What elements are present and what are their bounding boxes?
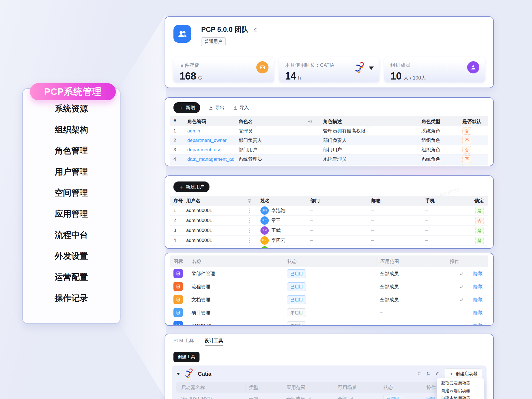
table-row: 系统角色 是: [170, 164, 488, 166]
row-menu-icon[interactable]: ⋮: [247, 208, 252, 213]
sidebar-item-9[interactable]: 操作记录: [23, 288, 120, 309]
edit-group-icon[interactable]: [435, 371, 440, 377]
role-table-header: # 角色编码 角色名 角色描述 角色类型 是否默认: [170, 116, 488, 126]
table-row: 项目管理 未启用 – 隐藏: [170, 306, 488, 319]
hide-action-link[interactable]: 隐藏: [473, 323, 483, 326]
app-icon: [173, 321, 183, 326]
user-table-header: 序号 用户名 姓名 部门 邮箱 手机 锁定: [170, 196, 488, 206]
lock-badge: 是: [475, 207, 484, 214]
dassault-systemes-logo: [353, 61, 366, 75]
import-button[interactable]: 导入: [233, 104, 249, 111]
sidebar-item-5[interactable]: 应用管理: [23, 203, 120, 224]
tool-group-name: Catia: [198, 371, 211, 377]
table-row: 3 admin00001 ⋮ 王武王武 – – – 是: [170, 226, 488, 236]
users-card: Agilines ＋ 新建用户 序号 用户名 姓名 部门 邮箱 手机 锁定 1 …: [165, 175, 494, 249]
table-row: [170, 245, 488, 249]
app-name: 文档管理: [188, 296, 284, 303]
table-row: 1 admin 管理员 管理员拥有最高权限 系统角色 否: [170, 126, 488, 136]
table-row: 3 department_user 部门用户 部门用户 组织角色 否: [170, 145, 488, 155]
username: admin00001: [183, 208, 244, 213]
add-role-button[interactable]: ＋ 新增: [173, 102, 200, 113]
launcher-scene: 全部: [337, 396, 347, 399]
sidebar-item-3[interactable]: 用户管理: [23, 161, 120, 182]
table-row: 2 admin00001 ⋮ 章三章三 – – – 否: [170, 216, 488, 226]
hide-action-link[interactable]: 隐藏: [473, 270, 483, 277]
role-code-link[interactable]: admin: [187, 128, 200, 134]
role-table-body: 1 admin 管理员 管理员拥有最高权限 系统角色 否 2 departmen…: [170, 126, 488, 166]
default-badge: 否: [462, 155, 471, 163]
default-badge: 否: [462, 127, 471, 135]
sort-icon[interactable]: ⇅: [426, 371, 430, 377]
lock-badge: 否: [475, 217, 484, 224]
stat-value: 14: [285, 70, 296, 82]
table-row: 流程管理 已启用 全部成员 隐藏: [170, 280, 488, 293]
column-settings-icon[interactable]: [308, 119, 313, 124]
edit-icon[interactable]: [459, 297, 464, 302]
chevron-down-icon[interactable]: [369, 66, 374, 70]
hide-action-link[interactable]: 隐藏: [473, 283, 483, 290]
sidebar-item-2[interactable]: 角色管理: [23, 140, 120, 161]
launcher-action-link[interactable]: 编辑: [426, 396, 436, 399]
sidebar-title: PCP系统管理: [30, 83, 116, 100]
sidebar-menu: 系统资源组织架构角色管理用户管理空间管理应用管理流程中台外发设置运营配置操作记录: [23, 98, 120, 309]
team-title: PCP 5.0.0 团队: [201, 25, 248, 34]
sidebar: 系统资源组织架构角色管理用户管理空间管理应用管理流程中台外发设置运营配置操作记录: [22, 88, 121, 324]
hide-action-link[interactable]: 隐藏: [473, 296, 483, 303]
menu-item-2[interactable]: 自建本地启动器: [437, 394, 484, 399]
role-code-link[interactable]: department_owner: [187, 138, 227, 143]
add-user-button[interactable]: ＋ 新建用户: [173, 181, 209, 192]
status-badge: 已启用: [287, 269, 306, 278]
tab-plm-tools[interactable]: PLM 工具: [173, 337, 194, 346]
sidebar-item-1[interactable]: 组织架构: [23, 119, 120, 140]
edit-icon[interactable]: [459, 284, 464, 289]
stat-unit: 人 / 100人: [403, 75, 426, 81]
edit-icon[interactable]: [350, 397, 354, 399]
collapse-icon[interactable]: [176, 373, 180, 375]
status-badge: 已启用: [383, 395, 402, 399]
table-row: 1 admin00001 ⋮ 泡泡李泡泡 – – – 是: [170, 206, 488, 216]
upload-icon: [233, 105, 238, 110]
tab-design-tools[interactable]: 设计工具: [204, 337, 223, 346]
column-settings-icon[interactable]: [244, 198, 257, 203]
default-badge: 否: [462, 137, 471, 144]
avatar: [260, 246, 269, 249]
sidebar-item-4[interactable]: 空间管理: [23, 182, 120, 203]
create-launcher-menu: 获取云端启动器自建云端启动器自建本地启动器网页启动器: [437, 378, 484, 399]
menu-item-1[interactable]: 自建云端启动器: [437, 387, 484, 394]
delete-icon[interactable]: [417, 371, 421, 377]
stat-members: 组织成员 10人 / 100人: [384, 57, 485, 82]
edit-icon[interactable]: [308, 397, 312, 399]
sidebar-item-8[interactable]: 运营配置: [23, 267, 120, 288]
stat-unit: h: [298, 75, 301, 81]
export-button[interactable]: 导出: [208, 104, 224, 111]
launcher-name: V5-2020 (B30): [176, 396, 245, 399]
status-badge: 未启用: [287, 308, 306, 317]
row-menu-icon[interactable]: ⋮: [247, 218, 252, 223]
user-name: 李泡泡: [271, 207, 285, 214]
create-launcher-button[interactable]: ＋ 创建启动器: [445, 369, 482, 379]
user-name: 李四云: [271, 237, 285, 244]
menu-item-0[interactable]: 获取云端启动器: [437, 379, 484, 387]
row-menu-icon[interactable]: ⋮: [247, 227, 252, 233]
sidebar-item-7[interactable]: 外发设置: [23, 245, 120, 267]
team-avatar-icon: [173, 25, 191, 43]
stat-storage: 文件存储 168G: [173, 57, 274, 82]
app-name: 零部件管理: [188, 270, 284, 277]
edit-icon[interactable]: [459, 271, 464, 276]
role-code-link[interactable]: department_user: [187, 147, 223, 152]
row-menu-icon[interactable]: ⋮: [247, 237, 252, 243]
edit-team-name-icon[interactable]: [253, 27, 258, 32]
default-badge: 否: [462, 146, 471, 154]
username: admin00001: [183, 238, 244, 243]
sidebar-item-0[interactable]: 系统资源: [23, 98, 120, 119]
app-icon: [173, 308, 183, 317]
launcher-table-header: 启动器名称 类型 应用范围 可用场景 状态 操作: [176, 382, 482, 393]
table-row: 文档管理 已启用 全部成员 隐藏: [170, 293, 488, 306]
sidebar-item-6[interactable]: 流程中台: [23, 224, 120, 245]
tools-tabs: PLM 工具 设计工具: [165, 334, 493, 349]
user-name: 章三: [271, 217, 281, 224]
app-name: 项目管理: [188, 310, 284, 316]
role-code-link[interactable]: data_management_admin: [187, 157, 235, 162]
hide-action-link[interactable]: 隐藏: [473, 310, 483, 316]
create-tool-badge[interactable]: 创建工具: [173, 352, 200, 362]
